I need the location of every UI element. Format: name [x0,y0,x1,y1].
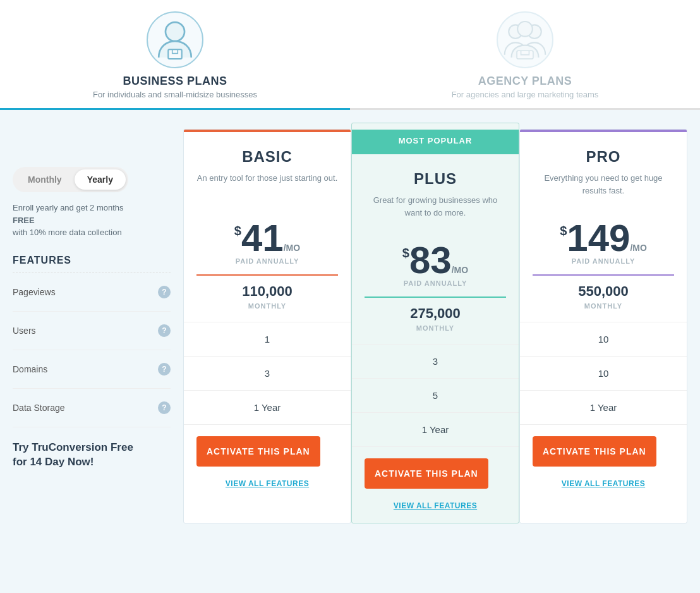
plus-price-num: 83 [409,241,452,279]
basic-domains: 3 [184,357,351,391]
agency-icon [497,11,553,68]
feature-row-pageviews: Pageviews ? [13,273,171,312]
business-tab-subtitle: For individuals and small-midsize busine… [93,90,257,99]
plus-price-mo: /MO [452,266,468,274]
tab-business[interactable]: BUSINESS PLANS For individuals and small… [0,0,350,108]
basic-pageviews-num: 110,000 [190,283,344,300]
pro-price-display: $ 149 /MO PAID ANNUALLY [520,210,687,274]
domains-label: Domains [13,364,47,374]
pageviews-help-icon[interactable]: ? [158,286,171,298]
plan-type-tabs: BUSINESS PLANS For individuals and small… [0,0,700,110]
pro-view-features-link[interactable]: VIEW ALL FEATURES [520,473,687,501]
data-storage-help-icon[interactable]: ? [158,401,171,414]
left-sidebar: Monthly Yearly Enroll yearly and get 2 m… [13,129,183,470]
plus-domains: 5 [352,379,519,413]
plus-header: PLUS Great for growing businesses who wa… [352,154,519,232]
yearly-note: Enroll yearly and get 2 months FREE with… [13,202,171,239]
pro-plan-desc: Everything you need to get huge results … [533,172,674,200]
features-label: FEATURES [13,255,171,273]
basic-billing-cycle: PAID ANNUALLY [196,257,338,271]
pro-users: 10 [520,322,687,357]
feature-row-users: Users ? [13,312,171,350]
plus-users: 3 [352,345,519,379]
feature-row-domains: Domains ? [13,350,171,389]
basic-plan-desc: An entry tool for those just starting ou… [196,172,338,200]
pro-price-dollar: $ [560,224,567,237]
plus-plan-desc: Great for growing businesses who want to… [365,194,506,223]
basic-pageviews: 110,000 MONTHLY [184,276,351,322]
plus-price-dollar: $ [402,247,409,259]
pro-activate-button[interactable]: ACTIVATE THIS PLAN [533,436,656,467]
yearly-note-line1: Enroll yearly and get 2 months [13,203,124,212]
pricing-wrapper: Monthly Yearly Enroll yearly and get 2 m… [13,129,687,523]
svg-point-0 [166,22,184,41]
basic-data-storage: 1 Year [184,391,351,425]
feature-row-data-storage: Data Storage ? [13,389,171,427]
pro-pageviews: 550,000 MONTHLY [520,276,687,322]
basic-pageviews-label: MONTHLY [248,302,286,310]
popular-badge: MOST POPULAR [352,130,519,152]
plus-pageviews: 275,000 MONTHLY [352,298,519,345]
main-content: Monthly Yearly Enroll yearly and get 2 m… [0,110,700,536]
yearly-toggle[interactable]: Yearly [75,169,126,190]
plus-billing-cycle: PAID ANNUALLY [365,279,506,293]
yearly-note-line2: with 10% more data collection [13,228,122,237]
plus-view-features-link[interactable]: VIEW ALL FEATURES [352,495,519,523]
business-tab-title: BUSINESS PLANS [123,75,227,88]
plus-price-display: $ 83 /MO PAID ANNUALLY [352,232,519,296]
agency-tab-title: AGENCY PLANS [478,75,572,88]
pageviews-label: Pageviews [13,287,56,297]
basic-activate-button[interactable]: ACTIVATE THIS PLAN [196,436,320,467]
pro-price-num: 149 [567,219,630,257]
basic-users: 1 [184,322,351,357]
plus-plan-column: MOST POPULAR PLUS Great for growing busi… [351,123,519,523]
pro-header: PRO Everything you need to get huge resu… [520,132,687,210]
pro-pageviews-num: 550,000 [526,283,680,300]
plus-activate-button[interactable]: ACTIVATE THIS PLAN [365,458,488,489]
plus-pageviews-num: 275,000 [358,305,512,322]
pro-price-mo: /MO [630,243,646,252]
pro-plan-column: PRO Everything you need to get huge resu… [519,129,687,523]
basic-plan-name: BASIC [196,148,338,166]
pro-domains: 10 [520,357,687,391]
data-storage-label: Data Storage [13,403,65,413]
users-label: Users [13,326,36,336]
try-free-note: Try TruConversion Freefor 14 Day Now! [13,427,171,470]
basic-price-num: 41 [241,219,284,257]
billing-toggle[interactable]: Monthly Yearly [13,167,128,192]
users-help-icon[interactable]: ? [158,324,171,337]
pro-pageviews-label: MONTHLY [584,302,622,310]
business-icon [147,11,203,68]
plus-data-storage: 1 Year [352,413,519,447]
agency-tab-subtitle: For agencies and large marketing teams [452,90,599,99]
domains-help-icon[interactable]: ? [158,363,171,376]
pricing-columns: BASIC An entry tool for those just start… [183,129,687,523]
plus-plan-name: PLUS [365,170,506,188]
basic-price-dollar: $ [234,224,241,237]
monthly-toggle[interactable]: Monthly [15,169,75,190]
yearly-note-free: FREE [13,216,35,225]
tab-agency[interactable]: AGENCY PLANS For agencies and large mark… [350,0,700,108]
basic-plan-column: BASIC An entry tool for those just start… [183,129,351,523]
plus-pageviews-label: MONTHLY [416,324,454,332]
pro-plan-name: PRO [533,148,674,166]
pro-data-storage: 1 Year [520,391,687,425]
svg-rect-1 [168,49,182,59]
basic-view-features-link[interactable]: VIEW ALL FEATURES [184,473,351,501]
svg-point-4 [517,21,533,37]
basic-price-mo: /MO [284,243,300,252]
pro-billing-cycle: PAID ANNUALLY [533,257,674,271]
basic-price-display: $ 41 /MO PAID ANNUALLY [184,210,351,274]
basic-header: BASIC An entry tool for those just start… [184,132,351,210]
